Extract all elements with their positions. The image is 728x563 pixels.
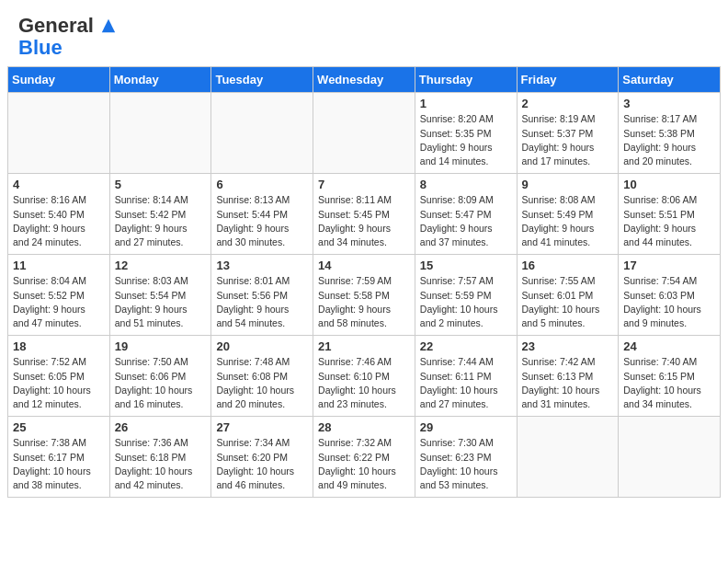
calendar-week-row: 11Sunrise: 8:04 AMSunset: 5:52 PMDayligh… <box>8 255 721 336</box>
day-number: 20 <box>216 339 308 353</box>
day-number: 17 <box>623 259 715 272</box>
calendar-cell: 3Sunrise: 8:17 AMSunset: 5:38 PMDaylight… <box>619 93 721 174</box>
calendar-cell: 13Sunrise: 8:01 AMSunset: 5:56 PMDayligh… <box>211 255 313 336</box>
calendar-cell: 6Sunrise: 8:13 AMSunset: 5:44 PMDaylight… <box>211 174 313 255</box>
day-info: Sunrise: 7:48 AMSunset: 6:08 PMDaylight:… <box>216 355 308 411</box>
logo-blue: Blue <box>18 37 63 59</box>
calendar-cell: 11Sunrise: 8:04 AMSunset: 5:52 PMDayligh… <box>8 255 110 336</box>
day-number: 25 <box>13 420 105 434</box>
day-info: Sunrise: 7:57 AMSunset: 5:59 PMDaylight:… <box>420 274 512 330</box>
day-number: 12 <box>115 259 207 272</box>
logo-general: General <box>18 15 117 37</box>
day-number: 5 <box>115 178 207 191</box>
calendar-week-row: 25Sunrise: 7:38 AMSunset: 6:17 PMDayligh… <box>8 417 721 498</box>
calendar-cell <box>313 93 415 174</box>
day-number: 6 <box>216 178 308 191</box>
day-info: Sunrise: 7:52 AMSunset: 6:05 PMDaylight:… <box>13 355 105 411</box>
day-info: Sunrise: 8:08 AMSunset: 5:49 PMDaylight:… <box>522 193 614 249</box>
day-info: Sunrise: 8:09 AMSunset: 5:47 PMDaylight:… <box>420 193 512 249</box>
day-number: 19 <box>115 339 207 353</box>
logo-triangle-icon <box>100 17 117 34</box>
day-number: 15 <box>420 259 512 272</box>
day-info: Sunrise: 8:11 AMSunset: 5:45 PMDaylight:… <box>318 193 410 249</box>
day-number: 22 <box>420 339 512 353</box>
calendar-cell: 14Sunrise: 7:59 AMSunset: 5:58 PMDayligh… <box>313 255 415 336</box>
calendar-cell <box>517 417 619 498</box>
calendar-cell: 23Sunrise: 7:42 AMSunset: 6:13 PMDayligh… <box>517 336 619 417</box>
day-number: 13 <box>216 259 308 272</box>
day-number: 24 <box>623 339 715 353</box>
day-info: Sunrise: 8:04 AMSunset: 5:52 PMDaylight:… <box>13 274 105 330</box>
day-info: Sunrise: 7:55 AMSunset: 6:01 PMDaylight:… <box>522 274 614 330</box>
day-info: Sunrise: 8:17 AMSunset: 5:38 PMDaylight:… <box>623 112 715 168</box>
day-number: 2 <box>522 97 614 110</box>
calendar-wrapper: SundayMondayTuesdayWednesdayThursdayFrid… <box>0 66 728 505</box>
calendar-cell: 19Sunrise: 7:50 AMSunset: 6:06 PMDayligh… <box>109 336 211 417</box>
day-info: Sunrise: 8:14 AMSunset: 5:42 PMDaylight:… <box>115 193 207 249</box>
calendar-cell: 22Sunrise: 7:44 AMSunset: 6:11 PMDayligh… <box>415 336 517 417</box>
day-info: Sunrise: 8:13 AMSunset: 5:44 PMDaylight:… <box>216 193 308 249</box>
calendar-cell: 17Sunrise: 7:54 AMSunset: 6:03 PMDayligh… <box>619 255 721 336</box>
logo: General Blue <box>18 15 117 59</box>
calendar-cell: 24Sunrise: 7:40 AMSunset: 6:15 PMDayligh… <box>619 336 721 417</box>
calendar-cell: 21Sunrise: 7:46 AMSunset: 6:10 PMDayligh… <box>313 336 415 417</box>
calendar-cell: 10Sunrise: 8:06 AMSunset: 5:51 PMDayligh… <box>619 174 721 255</box>
calendar-cell <box>109 93 211 174</box>
calendar-cell: 16Sunrise: 7:55 AMSunset: 6:01 PMDayligh… <box>517 255 619 336</box>
day-number: 3 <box>623 97 715 110</box>
day-of-week-header: Monday <box>109 67 211 93</box>
calendar-cell: 5Sunrise: 8:14 AMSunset: 5:42 PMDaylight… <box>109 174 211 255</box>
day-info: Sunrise: 7:59 AMSunset: 5:58 PMDaylight:… <box>318 274 410 330</box>
day-number: 9 <box>522 178 614 191</box>
calendar-cell: 29Sunrise: 7:30 AMSunset: 6:23 PMDayligh… <box>415 417 517 498</box>
day-number: 1 <box>420 97 512 110</box>
day-info: Sunrise: 7:40 AMSunset: 6:15 PMDaylight:… <box>623 355 715 411</box>
day-info: Sunrise: 8:01 AMSunset: 5:56 PMDaylight:… <box>216 274 308 330</box>
calendar-cell: 18Sunrise: 7:52 AMSunset: 6:05 PMDayligh… <box>8 336 110 417</box>
calendar-cell: 20Sunrise: 7:48 AMSunset: 6:08 PMDayligh… <box>211 336 313 417</box>
calendar-cell: 8Sunrise: 8:09 AMSunset: 5:47 PMDaylight… <box>415 174 517 255</box>
day-number: 29 <box>420 420 512 434</box>
calendar-cell: 7Sunrise: 8:11 AMSunset: 5:45 PMDaylight… <box>313 174 415 255</box>
day-info: Sunrise: 7:34 AMSunset: 6:20 PMDaylight:… <box>216 436 308 492</box>
day-number: 7 <box>318 178 410 191</box>
calendar-week-row: 4Sunrise: 8:16 AMSunset: 5:40 PMDaylight… <box>8 174 721 255</box>
calendar-cell: 25Sunrise: 7:38 AMSunset: 6:17 PMDayligh… <box>8 417 110 498</box>
day-number: 4 <box>13 178 105 191</box>
calendar-week-row: 18Sunrise: 7:52 AMSunset: 6:05 PMDayligh… <box>8 336 721 417</box>
day-of-week-header: Saturday <box>619 67 721 93</box>
day-info: Sunrise: 8:06 AMSunset: 5:51 PMDaylight:… <box>623 193 715 249</box>
day-info: Sunrise: 7:38 AMSunset: 6:17 PMDaylight:… <box>13 436 105 492</box>
calendar-cell: 9Sunrise: 8:08 AMSunset: 5:49 PMDaylight… <box>517 174 619 255</box>
day-info: Sunrise: 7:46 AMSunset: 6:10 PMDaylight:… <box>318 355 410 411</box>
calendar-cell: 27Sunrise: 7:34 AMSunset: 6:20 PMDayligh… <box>211 417 313 498</box>
day-info: Sunrise: 8:20 AMSunset: 5:35 PMDaylight:… <box>420 112 512 168</box>
day-info: Sunrise: 7:42 AMSunset: 6:13 PMDaylight:… <box>522 355 614 411</box>
day-of-week-header: Tuesday <box>211 67 313 93</box>
svg-marker-0 <box>102 19 115 32</box>
page-header: General Blue <box>0 0 728 66</box>
day-info: Sunrise: 7:32 AMSunset: 6:22 PMDaylight:… <box>318 436 410 492</box>
calendar-week-row: 1Sunrise: 8:20 AMSunset: 5:35 PMDaylight… <box>8 93 721 174</box>
day-number: 21 <box>318 339 410 353</box>
calendar-cell: 28Sunrise: 7:32 AMSunset: 6:22 PMDayligh… <box>313 417 415 498</box>
day-of-week-header: Wednesday <box>313 67 415 93</box>
calendar-cell: 26Sunrise: 7:36 AMSunset: 6:18 PMDayligh… <box>109 417 211 498</box>
calendar-table: SundayMondayTuesdayWednesdayThursdayFrid… <box>7 66 721 498</box>
day-number: 18 <box>13 339 105 353</box>
day-number: 10 <box>623 178 715 191</box>
calendar-cell: 4Sunrise: 8:16 AMSunset: 5:40 PMDaylight… <box>8 174 110 255</box>
calendar-cell: 15Sunrise: 7:57 AMSunset: 5:59 PMDayligh… <box>415 255 517 336</box>
day-info: Sunrise: 8:16 AMSunset: 5:40 PMDaylight:… <box>13 193 105 249</box>
calendar-header-row: SundayMondayTuesdayWednesdayThursdayFrid… <box>8 67 721 93</box>
day-number: 27 <box>216 420 308 434</box>
day-of-week-header: Thursday <box>415 67 517 93</box>
day-number: 8 <box>420 178 512 191</box>
day-info: Sunrise: 7:30 AMSunset: 6:23 PMDaylight:… <box>420 436 512 492</box>
day-info: Sunrise: 7:54 AMSunset: 6:03 PMDaylight:… <box>623 274 715 330</box>
day-number: 14 <box>318 259 410 272</box>
day-number: 16 <box>522 259 614 272</box>
day-info: Sunrise: 8:19 AMSunset: 5:37 PMDaylight:… <box>522 112 614 168</box>
calendar-cell: 12Sunrise: 8:03 AMSunset: 5:54 PMDayligh… <box>109 255 211 336</box>
day-info: Sunrise: 7:36 AMSunset: 6:18 PMDaylight:… <box>115 436 207 492</box>
